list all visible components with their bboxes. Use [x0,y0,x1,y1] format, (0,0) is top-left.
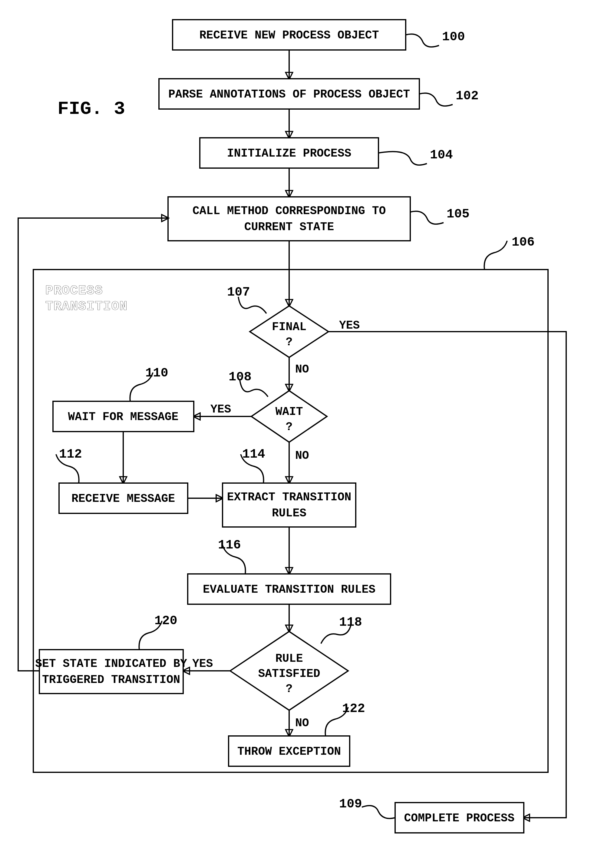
svg-text:?: ? [286,420,293,433]
step-120: SET STATE INDICATED BY TRIGGERED TRANSIT… [35,613,187,694]
ref-120: 120 [154,613,177,628]
svg-text:EXTRACT TRANSITION: EXTRACT TRANSITION [227,491,351,503]
svg-text:THROW EXCEPTION: THROW EXCEPTION [237,745,341,758]
svg-rect-20 [223,483,356,527]
ref-105: 105 [447,207,470,221]
svg-text:COMPLETE PROCESS: COMPLETE PROCESS [404,812,515,825]
ref-114: 114 [242,447,265,462]
svg-text:FINAL: FINAL [272,320,307,333]
svg-text:INITIALIZE PROCESS: INITIALIZE PROCESS [227,147,351,160]
decision-107: FINAL ? 107 [227,285,328,357]
ref-107: 107 [227,285,250,299]
step-100: RECEIVE NEW PROCESS OBJECT 100 [172,20,465,50]
svg-text:SET STATE INDICATED BY: SET STATE INDICATED BY [35,657,187,670]
step-104: INITIALIZE PROCESS 104 [200,138,453,168]
ref-100: 100 [442,30,465,44]
svg-text:WAIT: WAIT [275,405,303,418]
step-112: RECEIVE MESSAGE 112 [56,447,188,513]
label-107-yes: YES [339,319,360,332]
svg-text:WAIT FOR MESSAGE: WAIT FOR MESSAGE [68,410,178,423]
svg-text:RECEIVE NEW PROCESS OBJECT: RECEIVE NEW PROCESS OBJECT [200,29,379,42]
svg-text:?: ? [286,682,293,696]
ref-104: 104 [430,148,453,162]
step-122: THROW EXCEPTION 122 [229,702,365,766]
step-110: WAIT FOR MESSAGE 110 [53,366,194,432]
svg-text:EVALUATE TRANSITION RULES: EVALUATE TRANSITION RULES [203,583,375,596]
frame-label-2: TRANSITION [46,299,128,314]
step-105: CALL METHOD CORRESPONDING TO CURRENT STA… [168,197,470,241]
svg-text:PARSE ANNOTATIONS OF PROCESS O: PARSE ANNOTATIONS OF PROCESS OBJECT [168,88,410,101]
svg-rect-29 [40,650,183,694]
svg-text:CURRENT STATE: CURRENT STATE [244,220,334,233]
label-108-no: NO [295,449,309,462]
label-107-no: NO [295,363,309,376]
ref-106: 106 [512,235,535,250]
ref-118: 118 [339,615,362,630]
label-108-yes: YES [211,403,231,416]
ref-109: 109 [339,797,362,812]
label-118-no: NO [295,717,309,729]
svg-text:CALL METHOD CORRESPONDING TO: CALL METHOD CORRESPONDING TO [192,204,386,217]
decision-108: WAIT ? 108 [229,370,327,442]
svg-rect-6 [168,197,410,241]
ref-102: 102 [456,89,479,103]
svg-text:?: ? [286,336,293,349]
svg-text:SATISFIED: SATISFIED [258,667,320,680]
step-102: PARSE ANNOTATIONS OF PROCESS OBJECT 102 [159,79,479,109]
ref-108: 108 [229,370,252,384]
svg-text:RULES: RULES [272,507,307,520]
svg-text:TRIGGERED TRANSITION: TRIGGERED TRANSITION [42,673,180,686]
svg-text:RULE: RULE [275,652,303,665]
label-118-yes: YES [192,657,213,670]
frame-label-1: PROCESS [46,284,103,298]
ref-116: 116 [218,538,241,552]
ref-122: 122 [342,702,365,716]
ref-110: 110 [145,366,168,380]
svg-text:RECEIVE MESSAGE: RECEIVE MESSAGE [72,492,175,505]
flowchart: FIG. 3 RECEIVE NEW PROCESS OBJECT 100 PA… [0,0,601,868]
ref-112: 112 [59,447,82,462]
decision-118: RULE SATISFIED ? 118 [230,615,362,710]
step-109: COMPLETE PROCESS 109 [339,797,524,833]
figure-label: FIG. 3 [58,98,125,120]
